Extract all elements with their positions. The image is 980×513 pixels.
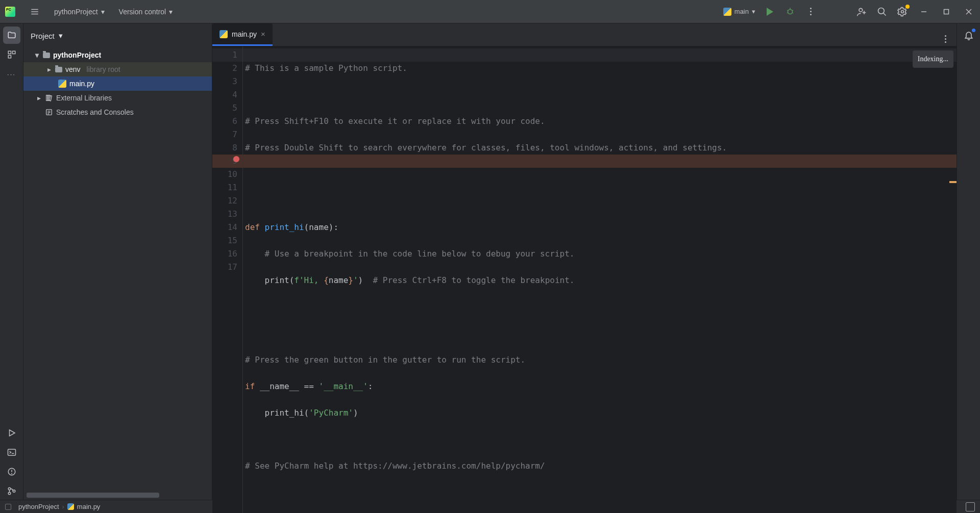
tree-main-file[interactable]: main.py — [23, 76, 212, 91]
minimize-button[interactable] — [913, 2, 935, 22]
expand-icon[interactable] — [36, 94, 42, 102]
close-button[interactable] — [958, 2, 980, 22]
line-number: 8 — [212, 141, 237, 155]
tab-menu-button[interactable] — [938, 32, 952, 46]
tree-external-label: External Libraries — [56, 94, 112, 102]
tree-external-libraries[interactable]: External Libraries — [23, 91, 212, 105]
play-icon — [767, 8, 773, 16]
code-content[interactable]: # This is a sample Python script. # Pres… — [243, 46, 957, 513]
notifications-button[interactable] — [960, 27, 977, 44]
vcs-dropdown[interactable]: Version control ▾ — [114, 5, 178, 19]
svg-rect-20 — [12, 51, 15, 54]
tree-project-root[interactable]: pythonProject — [23, 48, 212, 62]
chevron-right-icon: › — [62, 503, 64, 510]
project-tree: pythonProject venv library root main.py … — [23, 48, 212, 491]
notification-badge-icon — [972, 29, 975, 32]
structure-tool-button[interactable] — [3, 46, 20, 63]
line-number: 12 — [212, 194, 237, 208]
readonly-toggle-icon[interactable] — [966, 502, 975, 511]
settings-badge-icon — [905, 5, 910, 9]
more-tools-button[interactable]: ··· — [3, 65, 20, 83]
python-icon — [67, 503, 74, 510]
maximize-button[interactable] — [935, 2, 958, 22]
run-config-dropdown[interactable]: main ▾ — [719, 6, 760, 18]
vcs-label: Version control — [119, 8, 166, 16]
line-number: 5 — [212, 101, 237, 115]
line-number: 13 — [212, 208, 237, 221]
titlebar: pythonProject ▾ Version control ▾ main ▾ — [0, 0, 980, 23]
project-dropdown[interactable]: pythonProject ▾ — [49, 5, 110, 19]
debug-button[interactable] — [780, 2, 800, 22]
project-tool-button[interactable] — [3, 27, 20, 44]
tab-close-button[interactable]: × — [261, 30, 265, 38]
python-icon — [723, 8, 731, 16]
python-icon — [219, 30, 228, 38]
line-number: 16 — [212, 247, 237, 261]
line-number: 2 — [212, 62, 237, 75]
breadcrumb-project[interactable]: pythonProject — [18, 503, 59, 510]
line-number: 7 — [212, 128, 237, 141]
project-panel-title: Project — [31, 32, 55, 40]
chevron-down-icon: ▾ — [101, 8, 105, 16]
line-number: 11 — [212, 181, 237, 194]
main-area: ··· Project ▾ pythonProject — [0, 23, 980, 500]
chevron-down-icon: ▾ — [169, 8, 173, 16]
editor-area: main.py × 1 2 3 4 5 6 7 8 9 10 — [212, 23, 957, 500]
tree-scratches[interactable]: Scratches and Consoles — [23, 105, 212, 119]
search-everywhere-button[interactable] — [872, 2, 892, 22]
indexing-indicator: Indexing... — [913, 50, 953, 68]
python-icon — [58, 80, 66, 88]
editor-tabbar: main.py × — [212, 23, 957, 46]
line-number: 6 — [212, 115, 237, 128]
right-tool-strip — [957, 23, 980, 500]
line-number: 3 — [212, 75, 237, 88]
line-number: 4 — [212, 88, 237, 101]
svg-point-12 — [878, 8, 885, 14]
svg-line-13 — [884, 13, 886, 15]
vcs-tool-button[interactable] — [3, 482, 20, 500]
breadcrumb-file[interactable]: main.py — [77, 503, 101, 510]
svg-marker-22 — [9, 430, 15, 436]
line-number: 14 — [212, 221, 237, 234]
horizontal-scrollbar[interactable] — [27, 493, 159, 498]
expand-icon[interactable] — [46, 65, 52, 73]
svg-point-28 — [8, 488, 11, 490]
project-name-label: pythonProject — [54, 8, 98, 16]
editor-marker[interactable] — [949, 181, 957, 183]
tree-venv-label: venv — [65, 65, 81, 73]
settings-button[interactable] — [892, 2, 913, 22]
scratch-icon — [45, 108, 53, 116]
svg-point-27 — [11, 473, 12, 474]
more-actions-button[interactable] — [800, 2, 821, 22]
code-with-me-button[interactable] — [851, 2, 872, 22]
run-config-name: main — [734, 8, 749, 15]
services-tool-button[interactable] — [3, 424, 20, 442]
breadcrumb: pythonProject › main.py — [18, 503, 100, 510]
chevron-down-icon: ▾ — [752, 8, 755, 15]
line-number: 17 — [212, 261, 237, 274]
code-editor[interactable]: 1 2 3 4 5 6 7 8 9 10 11 12 13 14 15 16 1… — [212, 46, 957, 513]
tree-root-label: pythonProject — [53, 51, 101, 59]
folder-icon — [43, 53, 50, 58]
svg-rect-21 — [8, 56, 11, 58]
svg-point-3 — [788, 9, 793, 14]
svg-rect-19 — [8, 51, 11, 54]
left-tool-strip: ··· — [0, 23, 23, 500]
project-panel-header[interactable]: Project ▾ — [23, 23, 212, 48]
library-icon — [45, 94, 53, 102]
gutter[interactable]: 1 2 3 4 5 6 7 8 9 10 11 12 13 14 15 16 1… — [212, 46, 243, 513]
terminal-tool-button[interactable] — [3, 444, 20, 461]
tree-venv-folder[interactable]: venv library root — [23, 62, 212, 76]
tab-main-py[interactable]: main.py × — [212, 23, 273, 46]
svg-rect-16 — [944, 9, 949, 14]
tab-label: main.py — [232, 30, 257, 38]
tree-venv-hint: library root — [87, 65, 120, 73]
run-button[interactable] — [760, 2, 780, 22]
expand-icon[interactable] — [34, 51, 40, 59]
svg-point-9 — [859, 8, 863, 12]
tool-window-toggle-icon[interactable] — [5, 504, 11, 510]
problems-tool-button[interactable] — [3, 463, 20, 480]
line-number: 1 — [212, 48, 237, 62]
breakpoint-icon[interactable] — [233, 156, 239, 162]
main-menu-button[interactable] — [24, 2, 45, 22]
